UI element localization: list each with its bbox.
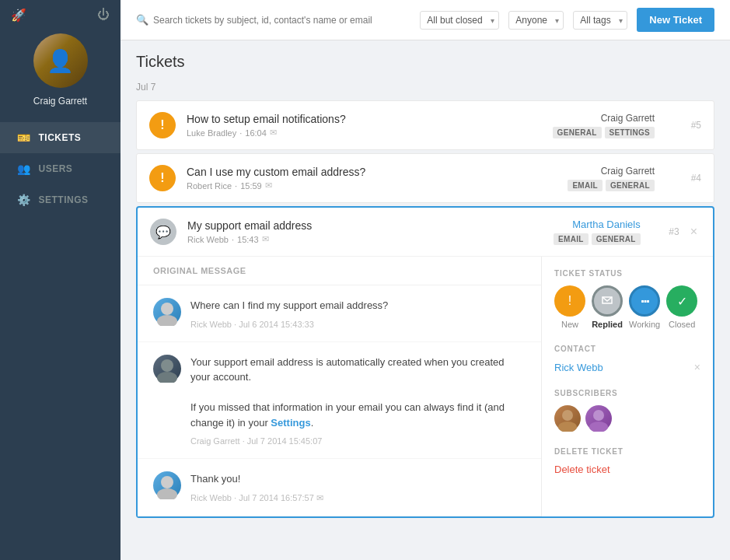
topbar: 🔍 All but closed Anyone All tags New Tic… xyxy=(121,0,730,40)
status-working[interactable]: ··· Working xyxy=(629,285,660,329)
delete-title: DELETE TICKET xyxy=(554,447,700,456)
original-message-header: ORIGINAL MESSAGE xyxy=(138,257,541,285)
users-icon: 👥 xyxy=(17,163,31,175)
email-icon: ✉ xyxy=(262,234,269,244)
status-circle-closed: ✓ xyxy=(666,285,697,317)
assignee-name: Craig Garrett xyxy=(601,113,655,124)
tag: GENERAL xyxy=(553,127,602,138)
search-icon: 🔍 xyxy=(136,14,148,26)
ticket-contact: Robert Rice xyxy=(187,181,232,191)
tag: SETTINGS xyxy=(605,127,655,138)
contact-row: Rick Webb × xyxy=(554,361,700,373)
message-content: Where can I find my support email addres… xyxy=(190,298,526,329)
sidebar-item-tickets[interactable]: 🎫 Tickets xyxy=(0,122,121,153)
right-panel: TICKET STATUS ! New Replied xyxy=(542,257,713,516)
tags-filter-wrapper: All tags xyxy=(573,11,627,30)
status-circle-working: ··· xyxy=(629,285,660,317)
assignee-name: Craig Garrett xyxy=(601,166,655,177)
messages-panel: ORIGINAL MESSAGE Where can I find my sup… xyxy=(138,257,542,516)
avatar: 👤 xyxy=(33,33,88,88)
tag: EMAIL xyxy=(554,233,589,245)
message-timestamp: Rick Webb · Jul 7 2014 16:57:57 ✉ xyxy=(190,493,526,503)
ticket-time: 16:04 xyxy=(245,128,267,138)
assignee-filter[interactable]: Anyone xyxy=(508,11,564,30)
status-filter[interactable]: All but closed xyxy=(420,11,499,30)
tag: GENERAL xyxy=(606,180,655,191)
delete-ticket-button[interactable]: Delete ticket xyxy=(554,464,610,475)
ticket-time: 15:59 xyxy=(240,181,262,191)
subscriber-avatars xyxy=(554,405,700,432)
sidebar-item-users[interactable]: 👥 Users xyxy=(0,153,121,184)
date-group-header: Jul 7 xyxy=(136,82,714,93)
contact-section: CONTACT Rick Webb × xyxy=(554,345,700,373)
email-icon: ✉ xyxy=(270,128,277,138)
ticket-status-icon: ! xyxy=(149,165,176,191)
ticket-info: Can I use my custom email address? Rober… xyxy=(187,166,568,191)
status-label-replied: Replied xyxy=(592,320,623,329)
ticket-meta: Luke Bradley · 16:04 ✉ xyxy=(187,128,553,138)
ticket-row[interactable]: ! Can I use my custom email address? Rob… xyxy=(136,153,714,203)
svg-point-5 xyxy=(157,488,177,499)
ticket-tags-assignee: Craig Garrett EMAIL GENERAL xyxy=(568,166,655,191)
status-closed[interactable]: ✓ Closed xyxy=(666,285,697,329)
ticket-subject: How to setup email notifications? xyxy=(187,113,553,125)
tag: EMAIL xyxy=(568,180,603,191)
ticket-status-title: TICKET STATUS xyxy=(554,269,700,278)
power-icon[interactable]: ⏻ xyxy=(97,8,110,23)
expanded-ticket-tags-contact: Martha Daniels EMAIL GENERAL xyxy=(554,219,641,245)
tags-filter[interactable]: All tags xyxy=(573,11,627,30)
status-new[interactable]: ! New xyxy=(554,285,585,329)
message-timestamp: Craig Garrett · Jul 7 2014 15:45:07 xyxy=(190,436,526,446)
message-content: Thank you! Rick Webb · Jul 7 2014 16:57:… xyxy=(190,471,526,503)
rocket-icon[interactable]: 🚀 xyxy=(11,8,26,23)
subscriber-avatar-1[interactable] xyxy=(554,405,581,432)
ticket-info: My support email address Rick Webb · 15:… xyxy=(187,219,554,244)
separator: · xyxy=(239,128,242,138)
sidebar-top-icons: 🚀 ⏻ xyxy=(0,8,121,23)
sidebar-item-tickets-label: Tickets xyxy=(39,132,82,143)
tags-row: EMAIL GENERAL xyxy=(554,233,641,245)
tags-row: EMAIL GENERAL xyxy=(568,180,655,191)
message-avatar xyxy=(153,355,181,383)
ticket-tags-assignee: Craig Garrett GENERAL SETTINGS xyxy=(553,113,655,138)
ticket-status-icon: ! xyxy=(149,112,176,138)
ticket-row[interactable]: ! How to setup email notifications? Luke… xyxy=(136,100,714,150)
remove-contact-button[interactable]: × xyxy=(694,361,700,373)
subscriber-avatar-2[interactable] xyxy=(585,405,612,432)
svg-point-2 xyxy=(161,359,173,372)
tag: GENERAL xyxy=(592,233,641,245)
status-circle-new: ! xyxy=(554,285,585,317)
assignee-filter-wrapper: Anyone xyxy=(508,11,564,30)
contact-name[interactable]: Rick Webb xyxy=(554,362,603,373)
expanded-ticket-header[interactable]: 💬 My support email address Rick Webb · 1… xyxy=(138,208,713,257)
search-input[interactable] xyxy=(153,15,410,26)
message-content: Your support email address is automatica… xyxy=(190,355,526,446)
new-ticket-button[interactable]: New Ticket xyxy=(637,8,714,32)
ticket-contact: Luke Bradley xyxy=(187,128,236,138)
message-block: Thank you! Rick Webb · Jul 7 2014 16:57:… xyxy=(138,459,541,516)
svg-point-4 xyxy=(161,476,173,488)
ticket-status-icon: 💬 xyxy=(150,219,176,245)
contact-link[interactable]: Martha Daniels xyxy=(572,219,640,230)
settings-icon: ⚙️ xyxy=(17,194,31,206)
message-text: Your support email address is automatica… xyxy=(190,355,526,431)
sidebar-item-settings-label: Settings xyxy=(39,194,89,205)
status-circle-replied xyxy=(592,285,623,317)
message-block: Your support email address is automatica… xyxy=(138,342,541,460)
settings-link[interactable]: Settings xyxy=(271,417,310,429)
delete-section: DELETE TICKET Delete ticket xyxy=(554,447,700,475)
email-icon: ✉ xyxy=(316,493,323,502)
avatar-container: 👤 xyxy=(33,33,88,88)
ticket-number: #4 xyxy=(678,173,701,184)
sidebar-user-name: Craig Garrett xyxy=(33,96,87,107)
status-label-new: New xyxy=(561,320,578,329)
status-replied[interactable]: Replied xyxy=(592,285,623,329)
close-button[interactable]: × xyxy=(687,225,700,239)
sidebar-item-users-label: Users xyxy=(39,163,73,174)
sidebar-item-settings[interactable]: ⚙️ Settings xyxy=(0,184,121,215)
ticket-meta: Robert Rice · 15:59 ✉ xyxy=(187,180,568,191)
sidebar: 🚀 ⏻ 👤 Craig Garrett 🎫 Tickets 👥 Users ⚙️… xyxy=(0,0,121,560)
ticket-subject: My support email address xyxy=(187,219,554,232)
ticket-body: ORIGINAL MESSAGE Where can I find my sup… xyxy=(138,257,713,516)
svg-point-0 xyxy=(161,303,173,315)
